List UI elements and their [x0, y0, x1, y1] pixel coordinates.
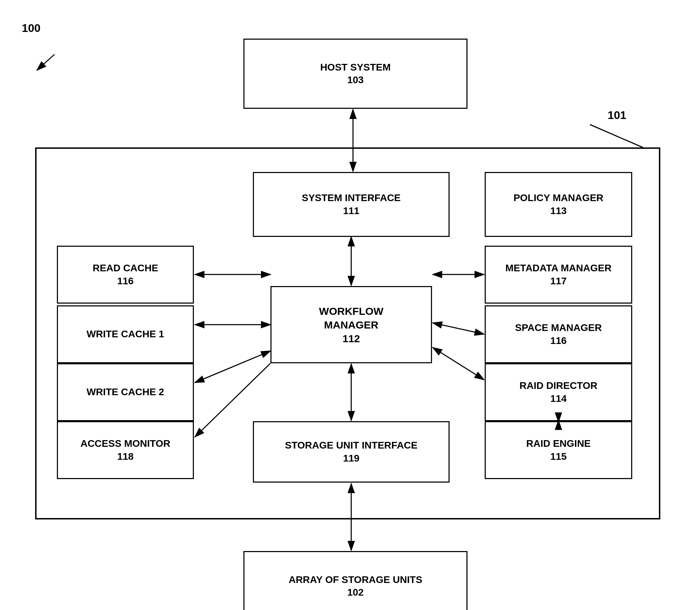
diagram: 100 HOST SYSTEM 103 101 SYSTEM INTERFACE…: [0, 0, 700, 610]
host-system-number: 103: [347, 74, 364, 86]
storage-unit-interface-number: 119: [343, 452, 360, 465]
read-cache-box: READ CACHE 116: [57, 246, 194, 304]
svg-line-4: [37, 54, 54, 70]
policy-manager-box: POLICY MANAGER 113: [485, 172, 632, 237]
workflow-manager-number: 112: [342, 332, 360, 345]
raid-engine-number: 115: [550, 450, 567, 463]
raid-engine-box: RAID ENGINE 115: [485, 421, 632, 479]
read-cache-number: 116: [117, 275, 134, 287]
system-interface-number: 111: [343, 205, 360, 217]
access-monitor-box: ACCESS MONITOR 118: [57, 421, 194, 479]
policy-manager-number: 113: [550, 205, 567, 217]
space-manager-label: SPACE MANAGER: [515, 321, 602, 334]
label-100: 100: [22, 22, 40, 35]
storage-unit-interface-label: STORAGE UNIT INTERFACE: [285, 439, 418, 452]
write-cache2-label: WRITE CACHE 2: [87, 386, 164, 398]
system-interface-box: SYSTEM INTERFACE 111: [253, 172, 450, 237]
access-monitor-number: 118: [117, 450, 134, 463]
host-system-label: HOST SYSTEM: [320, 61, 391, 74]
space-manager-number: 116: [550, 334, 567, 347]
host-system-box: HOST SYSTEM 103: [243, 39, 467, 109]
raid-director-box: RAID DIRECTOR 114: [485, 363, 632, 421]
array-storage-number: 102: [347, 586, 364, 599]
array-storage-label: ARRAY OF STORAGE UNITS: [289, 573, 423, 586]
system-interface-label: SYSTEM INTERFACE: [302, 192, 401, 204]
label-101: 101: [608, 109, 626, 122]
policy-manager-label: POLICY MANAGER: [513, 192, 603, 204]
raid-director-label: RAID DIRECTOR: [519, 379, 597, 392]
write-cache2-box: WRITE CACHE 2: [57, 363, 194, 421]
read-cache-label: READ CACHE: [93, 262, 158, 274]
svg-line-17: [590, 125, 643, 147]
workflow-manager-label: WORKFLOW MANAGER: [319, 304, 383, 332]
raid-engine-label: RAID ENGINE: [526, 437, 591, 450]
raid-director-number: 114: [550, 392, 567, 405]
array-storage-box: ARRAY OF STORAGE UNITS 102: [243, 551, 467, 610]
metadata-manager-label: METADATA MANAGER: [505, 262, 611, 274]
metadata-manager-box: METADATA MANAGER 117: [485, 246, 632, 304]
write-cache1-box: WRITE CACHE 1: [57, 305, 194, 363]
space-manager-box: SPACE MANAGER 116: [485, 305, 632, 363]
workflow-manager-box: WORKFLOW MANAGER 112: [270, 286, 432, 363]
access-monitor-label: ACCESS MONITOR: [80, 437, 170, 450]
metadata-manager-number: 117: [550, 275, 567, 287]
write-cache1-label: WRITE CACHE 1: [87, 328, 164, 340]
storage-unit-interface-box: STORAGE UNIT INTERFACE 119: [253, 421, 450, 483]
